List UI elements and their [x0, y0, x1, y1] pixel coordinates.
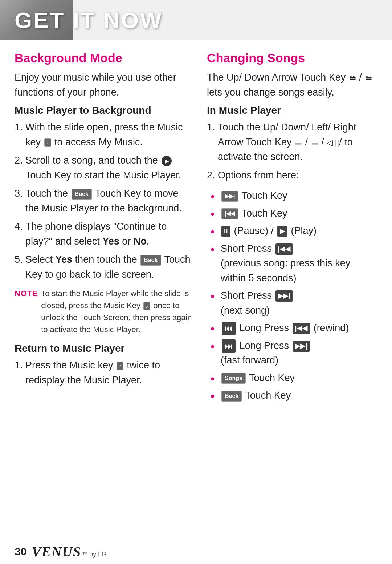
option-touch-key-2: |◀◀ Touch Key [211, 206, 377, 221]
option-touch-key-1: ▶▶| Touch Key [211, 188, 377, 203]
music-key-return-icon: ♪ [117, 362, 123, 370]
forward-key-icon: ▶▶| [221, 191, 238, 202]
note-section: NOTE To start the Music Player while the… [15, 287, 192, 335]
music-player-steps: With the slide open, press the Music key… [15, 120, 192, 282]
in-music-step-2: Options from here: [218, 168, 377, 183]
changing-songs-section: Changing Songs The Up/ Down Arrow Touch … [207, 51, 377, 403]
ff-btn-icon: ⏭ [222, 339, 236, 353]
venus-brand-name: VENUS [32, 544, 81, 560]
option-pause-play: II (Pause) / ▶ (Play) [211, 223, 377, 238]
option-short-press-next: Short Press ▶▶| (next song) [211, 288, 377, 318]
main-content: Background Mode Enjoy your music while y… [0, 40, 392, 412]
down-arrow-icon: ⩸ [364, 72, 372, 84]
prev-long-key-icon: |◀◀ [293, 323, 310, 334]
step-3: Touch the Back Touch Key to move the Mus… [25, 186, 192, 215]
note-label: NOTE [15, 287, 38, 299]
arrow-down-icon: ⩸ [311, 137, 319, 149]
changing-songs-title: Changing Songs [207, 51, 377, 65]
step-5: Select Yes then touch the Back Touch Key… [25, 252, 192, 282]
note-text: To start the Music Player while the slid… [41, 287, 192, 335]
by-lg-text: by LG [89, 551, 107, 558]
play-icon-btn: ▶ [277, 226, 288, 237]
music-key-icon: ♪ [44, 138, 51, 147]
return-step-1: Press the Music key ♪ twice to redisplay… [25, 358, 192, 387]
in-music-step-1: Touch the Up/ Down/ Left/ Right Arrow To… [218, 120, 377, 164]
prev-key-icon: |◀◀ [275, 243, 293, 255]
play-touch-key-icon [162, 156, 172, 166]
step-1: With the slide open, press the Music key… [25, 120, 192, 149]
songs-key-icon: Songs [221, 373, 246, 384]
page-title: GET IT NOW [0, 7, 163, 33]
trademark-symbol: ™ [82, 551, 88, 558]
pause-icon: II [221, 226, 230, 237]
option-short-press-prev: Short Press |◀◀ (previous song: press th… [211, 241, 377, 286]
music-player-to-background-subsection: Music Player to Background With the slid… [15, 105, 192, 335]
option-long-press-ff: ⏭ Long Press ▶▶| (fast forward) [211, 338, 377, 368]
page-footer: 30 VENUS ™ by LG [0, 539, 392, 564]
left-column: Background Mode Enjoy your music while y… [15, 51, 192, 412]
rewind-key-icon: |◀◀ [221, 208, 238, 219]
option-songs-key: Songs Touch Key [211, 371, 377, 386]
changing-songs-intro: The Up/ Down Arrow Touch Key ⩸ / ⩸ lets … [207, 70, 377, 100]
rewind-btn-icon: ⏮ [222, 322, 236, 335]
in-music-player-subsection: In Music Player Touch the Up/ Down/ Left… [207, 105, 377, 403]
page-header: GET IT NOW [0, 0, 392, 40]
option-back-key: Back Touch Key [211, 388, 377, 403]
return-to-music-player-title: Return to Music Player [15, 343, 192, 354]
return-steps: Press the Music key ♪ twice to redisplay… [15, 358, 192, 387]
in-music-player-title: In Music Player [207, 105, 377, 116]
option-long-press-rewind: ⏮ Long Press |◀◀ (rewind) [211, 321, 377, 335]
brand-logo: VENUS ™ by LG [32, 544, 107, 560]
right-column: Changing Songs The Up/ Down Arrow Touch … [207, 51, 377, 412]
music-player-to-background-title: Music Player to Background [15, 105, 192, 116]
step-4: The phone displays "Continue to play?" a… [25, 219, 192, 249]
next-key-icon: ▶▶| [275, 290, 293, 302]
options-list: ▶▶| Touch Key |◀◀ Touch Key II (Pause) /… [207, 188, 377, 403]
up-arrow-icon: ⩸ [348, 72, 356, 84]
background-mode-title: Background Mode [15, 51, 192, 65]
back-key-icon: Back [72, 189, 92, 200]
music-key-note-icon: ♪ [143, 302, 150, 310]
arrow-left-icon: ◁||| [327, 137, 339, 149]
step-2: Scroll to a song, and touch the Touch Ke… [25, 153, 192, 182]
next-long-key-icon: ▶▶| [293, 341, 310, 352]
in-music-player-steps: Touch the Up/ Down/ Left/ Right Arrow To… [207, 120, 377, 182]
arrow-up-icon: ⩸ [294, 137, 302, 149]
return-to-music-player-subsection: Return to Music Player Press the Music k… [15, 343, 192, 387]
background-mode-section: Background Mode Enjoy your music while y… [15, 51, 192, 387]
page-number: 30 [15, 545, 26, 558]
back-key-icon-2: Back [140, 255, 161, 266]
back-key-option-icon: Back [221, 391, 242, 402]
background-mode-intro: Enjoy your music while you use other fun… [15, 70, 192, 100]
